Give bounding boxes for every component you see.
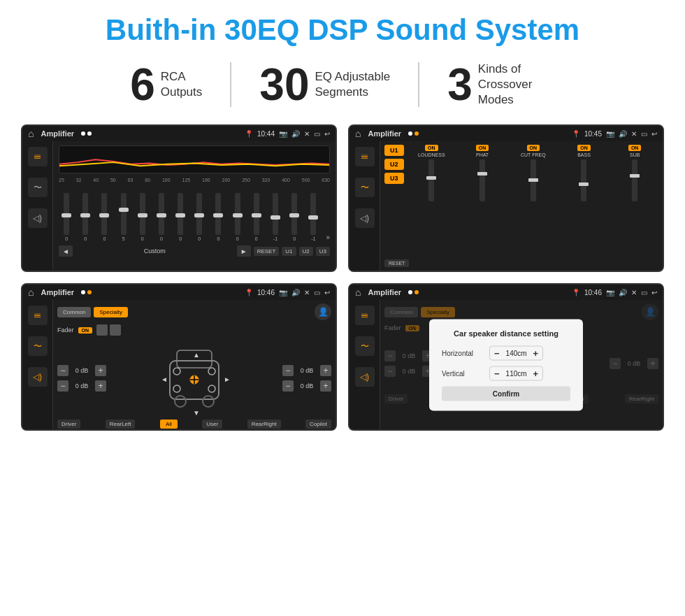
next-preset-btn[interactable]: ► [237,245,251,257]
sidebar-eq-btn-2[interactable]: ⩸ [355,147,375,166]
db-value-4: 0 dB [296,382,317,389]
driver-btn[interactable]: Driver [57,420,80,429]
sidebar-wave-btn-3[interactable]: 〜 [28,336,48,356]
loudness-slider[interactable] [428,159,434,201]
person-icon-btn[interactable]: 👤 [315,303,331,320]
fader-on-badge[interactable]: ON [78,327,93,334]
fader-slider-1[interactable] [96,324,108,336]
status-dots-4 [408,290,419,294]
eq-slider-12[interactable]: 0 [287,193,302,241]
eq-slider-8[interactable]: 0 [210,193,226,241]
eq-slider-3[interactable]: 5 [116,193,131,241]
u3-btn-2[interactable]: U3 [384,173,404,184]
wave-icon-3: 〜 [34,341,42,352]
u2-btn-2[interactable]: U2 [384,159,404,170]
back-icon-3[interactable]: ↩ [324,289,330,296]
db-plus-1[interactable]: + [95,365,106,376]
u3-btn-1[interactable]: U3 [316,247,330,256]
home-icon-1[interactable]: ⌂ [28,128,34,139]
reset-btn-2[interactable]: RESET [384,259,409,267]
location-icon-3: 📍 [245,289,253,296]
expand-arrows[interactable]: » [326,234,330,241]
rearleft-btn[interactable]: RearLeft [106,420,136,429]
eq-slider-11[interactable]: -1 [268,193,283,241]
eq-slider-13[interactable]: -1 [305,193,321,241]
sidebar-wave-btn[interactable]: 〜 [28,178,48,197]
back-icon-4[interactable]: ↩ [651,289,657,296]
loudness-on-btn[interactable]: ON [425,145,438,151]
sidebar-eq-btn[interactable]: ⩸ [28,147,48,166]
db-minus-4[interactable]: − [282,380,294,392]
sidebar-wave-btn-2[interactable]: 〜 [355,178,375,197]
copilot-btn[interactable]: Copilot [305,420,331,429]
vertical-minus[interactable]: − [494,368,500,378]
sub-on-btn[interactable]: ON [628,145,642,151]
channel-loudness: ON LOUDNESS [408,145,456,251]
reset-btn-1[interactable]: RESET [254,247,280,256]
sidebar-wave-btn-4[interactable]: 〜 [355,336,375,356]
u2-btn-1[interactable]: U2 [299,247,313,256]
home-icon-4[interactable]: ⌂ [355,287,361,298]
sidebar-speaker-btn[interactable]: ◁) [28,208,48,228]
bass-on-btn[interactable]: ON [577,145,591,151]
horizontal-minus[interactable]: − [494,348,500,358]
eq-slider-5[interactable]: 0 [154,193,169,241]
sidebar-speaker-btn-2[interactable]: ◁) [355,208,375,228]
home-icon-2[interactable]: ⌂ [355,128,361,139]
eq-slider-2[interactable]: 0 [96,193,112,241]
status-dots-2 [408,131,419,136]
camera-icon-3: 📷 [279,289,287,296]
db-plus-3[interactable]: + [320,365,331,376]
status-right-3: 📍 10:46 📷 🔊 ✕ ▭ ↩ [245,289,330,296]
user-btn[interactable]: User [202,420,222,429]
u1-btn-1[interactable]: U1 [282,247,296,256]
eq-slider-1[interactable]: 0 [78,193,93,241]
speaker-icon-4: ◁) [360,372,369,382]
specialty-mode-btn[interactable]: Specialty [94,307,127,317]
confirm-btn[interactable]: Confirm [442,386,570,401]
rearright-btn[interactable]: RearRight [247,420,281,429]
svg-text:▼: ▼ [193,409,200,417]
dot-3 [408,131,412,136]
back-icon-1[interactable]: ↩ [324,130,330,138]
prev-preset-btn[interactable]: ◄ [59,245,73,257]
cutfreq-on-btn[interactable]: ON [527,145,540,151]
sidebar-speaker-btn-4[interactable]: ◁) [355,367,375,387]
screen2-body: ⩸ 〜 ◁) U1 U2 U3 [349,141,663,271]
left-sidebar-3: ⩸ 〜 ◁) [22,300,53,429]
db-plus-2[interactable]: + [95,380,106,392]
db-minus-1[interactable]: − [57,365,68,376]
phat-slider[interactable] [480,159,485,201]
close-icon-4: ✕ [631,289,637,296]
dialog-row-vertical: Vertical − 110cm + [442,366,570,380]
screen3-body: ⩸ 〜 ◁) Common Specialty [22,300,336,429]
u1-btn-2[interactable]: U1 [384,145,404,156]
left-sidebar-4: ⩸ 〜 ◁) [349,300,380,429]
bass-slider[interactable] [581,159,586,201]
channel-bass: ON BASS [561,145,608,251]
horizontal-plus[interactable]: + [533,348,539,358]
common-mode-btn[interactable]: Common [57,307,91,317]
screen-amplifier: ⌂ Amplifier 📍 10:45 📷 🔊 ✕ ▭ ↩ [348,124,664,272]
eq-slider-7[interactable]: 0 [192,193,207,241]
db-plus-4[interactable]: + [320,380,331,392]
screen-dialog: ⌂ Amplifier 📍 10:46 📷 🔊 ✕ ▭ ↩ [348,283,664,431]
vertical-plus[interactable]: + [533,368,539,378]
home-icon-3[interactable]: ⌂ [28,287,34,298]
sidebar-speaker-btn-3[interactable]: ◁) [28,367,48,387]
eq-slider-6[interactable]: 0 [173,193,188,241]
sub-slider[interactable] [632,159,637,201]
phat-on-btn[interactable]: ON [476,145,489,151]
sidebar-eq-btn-3[interactable]: ⩸ [28,306,48,325]
sidebar-eq-btn-4[interactable]: ⩸ [355,306,375,325]
back-icon-2[interactable]: ↩ [651,130,657,138]
db-minus-3[interactable]: − [282,365,294,376]
cutfreq-slider[interactable] [531,159,536,201]
eq-slider-9[interactable]: 0 [230,193,245,241]
db-minus-2[interactable]: − [57,380,68,392]
eq-slider-10[interactable]: 0 [249,193,264,241]
fader-slider-2[interactable] [110,324,121,336]
all-btn[interactable]: All [160,420,178,429]
eq-slider-4[interactable]: 0 [135,193,150,241]
eq-slider-0[interactable]: 0 [59,193,74,241]
